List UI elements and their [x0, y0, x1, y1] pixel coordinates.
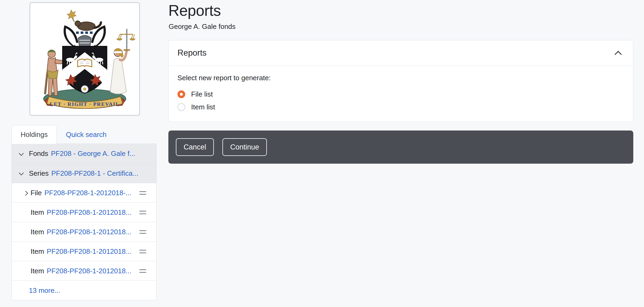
tree-row-type: Item [31, 247, 44, 256]
drag-handle-icon[interactable] [139, 191, 146, 195]
continue-button[interactable]: Continue [222, 138, 267, 156]
drag-handle-icon[interactable] [139, 269, 146, 273]
actions-bar: Cancel Continue [168, 131, 633, 164]
chevron-icon[interactable] [18, 151, 24, 157]
reports-panel-header[interactable]: Reports [169, 40, 633, 66]
tree-row-type: Series [29, 169, 49, 178]
tree-row: Item PF208-PF208-1-2012018... [12, 241, 156, 261]
radio-item-list[interactable] [177, 103, 185, 111]
app: LET · RIGHT · PREVAIL Holdings Quick sea… [0, 0, 644, 307]
crest-motto: LET · RIGHT · PREVAIL [50, 101, 120, 107]
tab-holdings[interactable]: Holdings [12, 125, 57, 144]
option-item-list[interactable]: Item list [177, 101, 624, 113]
reports-panel-title: Reports [177, 48, 207, 58]
tree-row: Fonds PF208 - George A. Gale f... [12, 144, 156, 163]
drag-handle-icon[interactable] [139, 230, 146, 234]
tab-quick-search[interactable]: Quick search [57, 125, 116, 144]
coat-of-arms-icon: LET · RIGHT · PREVAIL [33, 6, 136, 112]
tree-row: File PF208-PF208-1-2012018-... [12, 183, 156, 202]
cancel-button[interactable]: Cancel [176, 138, 214, 156]
tree-row-link[interactable]: PF208-PF208-1-2012018... [47, 208, 132, 217]
holdings-tree: Fonds PF208 - George A. Gale f... Series… [12, 144, 157, 300]
tab-quick-search-label: Quick search [66, 131, 107, 139]
tree-row: Series PF208-PF208-1 - Certifica... [12, 163, 156, 183]
tree-row-type: Item [31, 228, 44, 236]
radio-file-list[interactable] [177, 90, 185, 98]
option-item-list-label: Item list [191, 103, 215, 111]
tree-row: Item PF208-PF208-1-2012018... [12, 261, 156, 281]
page-title: Reports [168, 2, 221, 19]
tab-holdings-label: Holdings [21, 131, 48, 139]
tree-row: Item PF208-PF208-1-2012018... [12, 222, 156, 241]
tree-row-link[interactable]: PF208-PF208-1-2012018-... [44, 189, 131, 197]
tree-row-type: Item [31, 208, 44, 217]
tree-row-link[interactable]: PF208-PF208-1-2012018... [47, 267, 132, 275]
chevron-icon[interactable] [18, 170, 24, 176]
tree-row-link[interactable]: 13 more... [29, 286, 60, 295]
tree-row-link[interactable]: PF208-PF208-1-2012018... [47, 228, 132, 236]
chevron-up-icon[interactable] [614, 49, 622, 57]
reports-panel: Reports Select new report to generate: F… [168, 40, 633, 122]
report-type-prompt: Select new report to generate: [177, 74, 624, 82]
tree-row-type: File [31, 189, 42, 197]
tree-row-type: Fonds [29, 149, 48, 158]
option-file-list[interactable]: File list [177, 88, 624, 101]
tree-row-link[interactable]: PF208 - George A. Gale f... [51, 149, 135, 158]
tree-row-link[interactable]: PF208-PF208-1 - Certifica... [51, 169, 138, 178]
crest-image: LET · RIGHT · PREVAIL [29, 2, 140, 116]
tree-row: 13 more... [12, 281, 156, 300]
tree-row-type: Item [31, 267, 44, 275]
page-subtitle: George A. Gale fonds [169, 22, 236, 31]
drag-handle-icon[interactable] [139, 250, 146, 253]
sidebar-tabs: Holdings Quick search [12, 125, 116, 144]
tree-row: Item PF208-PF208-1-2012018... [12, 202, 156, 222]
chevron-icon[interactable] [23, 190, 29, 196]
option-file-list-label: File list [191, 90, 213, 98]
tree-row-link[interactable]: PF208-PF208-1-2012018... [47, 247, 132, 256]
drag-handle-icon[interactable] [139, 211, 146, 214]
reports-panel-body: Select new report to generate: File list… [169, 66, 633, 113]
